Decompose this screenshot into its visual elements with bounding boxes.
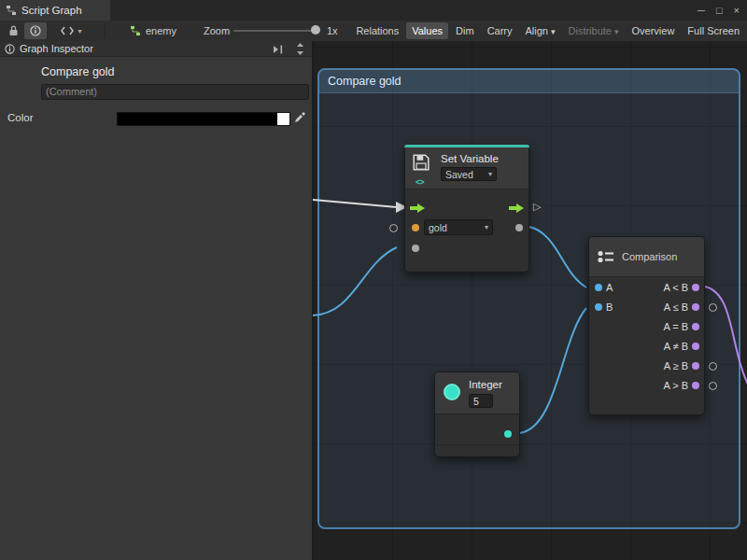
chevron-down-icon: ▾ bbox=[488, 170, 492, 178]
node-set-variable[interactable]: <> Set Variable Saved ▾ go bbox=[404, 145, 529, 273]
set-variable-header[interactable]: <> Set Variable Saved ▾ bbox=[405, 147, 529, 189]
integer-value-field[interactable]: 5 bbox=[469, 394, 493, 408]
group-title: Compare gold bbox=[328, 75, 402, 88]
output-a-lte-b-port[interactable] bbox=[692, 303, 699, 311]
variable-name-port[interactable] bbox=[412, 224, 419, 231]
input-b-label: B bbox=[606, 301, 613, 313]
unconnected-port-circle[interactable] bbox=[709, 362, 717, 371]
output-label: A > B bbox=[663, 380, 688, 391]
dim-button[interactable]: Dim bbox=[450, 22, 480, 39]
output-a-eq-b-port[interactable] bbox=[692, 323, 699, 330]
chevron-down-icon: ▾ bbox=[485, 223, 488, 231]
comparison-header[interactable]: Comparison bbox=[589, 237, 704, 277]
chevron-down-icon: ▾ bbox=[551, 27, 556, 36]
graph-name-label[interactable]: enemy bbox=[146, 25, 176, 36]
graph-canvas[interactable]: Compare gold <> bbox=[313, 41, 747, 560]
output-label: A < B bbox=[663, 282, 688, 293]
value-out-port[interactable] bbox=[515, 224, 523, 231]
color-swatch[interactable] bbox=[117, 112, 290, 126]
comparison-row: A = B bbox=[589, 317, 704, 337]
zoom-slider-knob[interactable] bbox=[311, 25, 320, 35]
eyedropper-icon[interactable] bbox=[293, 111, 306, 124]
script-graph-icon bbox=[6, 5, 17, 16]
comparison-row: B A ≤ B bbox=[589, 298, 704, 317]
comparison-row: A > B bbox=[589, 376, 704, 396]
unconnected-port-circle[interactable] bbox=[709, 303, 717, 312]
title-bar: Script Graph ─ □ × bbox=[0, 0, 747, 21]
code-icon bbox=[60, 25, 75, 36]
info-icon bbox=[5, 44, 15, 54]
comparison-row: A ≥ B bbox=[589, 357, 704, 376]
node-title: Set Variable bbox=[441, 153, 499, 164]
node-integer[interactable]: Integer 5 bbox=[434, 371, 520, 457]
unity-script-graph-window: Script Graph ─ □ × ▾ bbox=[0, 0, 747, 560]
input-b-port[interactable] bbox=[595, 303, 602, 311]
graph-inspector-panel: Graph Inspector Compare gold (Comment) C… bbox=[0, 41, 313, 560]
comparison-row: A A < B bbox=[589, 278, 704, 298]
tab-script-graph[interactable]: Script Graph bbox=[0, 0, 110, 21]
overview-button[interactable]: Overview bbox=[627, 22, 681, 39]
dock-icon[interactable] bbox=[273, 45, 284, 54]
comment-field[interactable]: (Comment) bbox=[41, 84, 309, 100]
close-icon[interactable]: × bbox=[728, 5, 745, 16]
flow-in-port[interactable] bbox=[410, 203, 425, 213]
output-a-neq-b-port[interactable] bbox=[692, 343, 699, 350]
graph-inspector-header: Graph Inspector bbox=[0, 41, 312, 57]
inspector-toggle-button[interactable] bbox=[24, 22, 47, 39]
node-title: Integer bbox=[469, 379, 502, 390]
floppy-disk-icon bbox=[412, 153, 430, 172]
distribute-button[interactable]: Distribute▾ bbox=[563, 22, 625, 39]
node-comparison[interactable]: Comparison A A < B B A ≤ B A = B bbox=[588, 236, 705, 415]
zoom-value: 1x bbox=[327, 25, 338, 36]
node-title: Comparison bbox=[622, 251, 677, 262]
align-button[interactable]: Align▾ bbox=[520, 22, 561, 39]
comparison-icon bbox=[597, 249, 615, 264]
chevron-down-icon: ▾ bbox=[78, 27, 81, 35]
maximize-icon[interactable]: □ bbox=[711, 5, 728, 16]
graph-asset-icon bbox=[129, 22, 142, 39]
color-alpha-chip bbox=[277, 113, 289, 125]
fullscreen-button[interactable]: Full Screen bbox=[682, 22, 745, 39]
tab-title: Script Graph bbox=[21, 5, 82, 16]
input-a-port[interactable] bbox=[595, 284, 602, 291]
variable-select-dropdown[interactable]: gold ▾ bbox=[424, 219, 493, 235]
code-badge-icon: <> bbox=[416, 177, 424, 187]
output-label: A ≥ B bbox=[664, 360, 688, 371]
unconnected-port-circle[interactable] bbox=[389, 224, 398, 232]
relations-button[interactable]: Relations bbox=[350, 22, 404, 39]
value-in-port[interactable] bbox=[412, 245, 419, 252]
output-a-gte-b-port[interactable] bbox=[692, 362, 699, 370]
zoom-label: Zoom bbox=[204, 25, 230, 36]
integer-output-port[interactable] bbox=[504, 430, 512, 438]
zoom-slider-track[interactable] bbox=[233, 30, 319, 32]
carry-button[interactable]: Carry bbox=[482, 22, 518, 39]
output-label: A ≠ B bbox=[664, 341, 688, 352]
save-variable-icon: <> bbox=[412, 153, 434, 177]
window-controls: ─ □ × bbox=[692, 0, 745, 21]
values-button[interactable]: Values bbox=[406, 22, 448, 39]
integer-header[interactable]: Integer 5 bbox=[435, 372, 519, 414]
color-label: Color bbox=[7, 112, 33, 123]
comparison-ports: A A < B B A ≤ B A = B A ≠ B bbox=[589, 278, 704, 396]
scroll-arrows-icon[interactable] bbox=[296, 43, 304, 55]
chevron-down-icon: ▾ bbox=[614, 27, 619, 36]
unconnected-flow-triangle[interactable]: ▷ bbox=[533, 201, 541, 213]
toolbar-buttons: Relations Values Dim Carry Align▾ Distri… bbox=[350, 22, 745, 39]
variable-kind-dropdown[interactable]: Saved ▾ bbox=[441, 167, 497, 181]
output-label: A ≤ B bbox=[664, 301, 688, 313]
graph-toolbar: ▾ enemy Zoom 1x Relations Values Dim Car… bbox=[0, 21, 747, 42]
edit-graph-button[interactable]: ▾ bbox=[54, 22, 88, 39]
input-a-label: A bbox=[606, 282, 613, 293]
toolbar-divider bbox=[105, 23, 106, 38]
info-icon bbox=[30, 25, 41, 36]
inspector-title: Graph Inspector bbox=[20, 43, 93, 54]
group-header[interactable]: Compare gold bbox=[319, 70, 739, 93]
unconnected-port-circle[interactable] bbox=[709, 382, 717, 390]
integer-type-icon bbox=[444, 384, 460, 400]
minimize-icon[interactable]: ─ bbox=[692, 5, 711, 16]
output-a-less-b-port[interactable] bbox=[692, 284, 699, 291]
comparison-row: A ≠ B bbox=[589, 337, 704, 357]
output-a-gt-b-port[interactable] bbox=[692, 382, 699, 389]
lock-icon[interactable] bbox=[5, 22, 21, 39]
flow-out-port[interactable] bbox=[509, 203, 524, 213]
